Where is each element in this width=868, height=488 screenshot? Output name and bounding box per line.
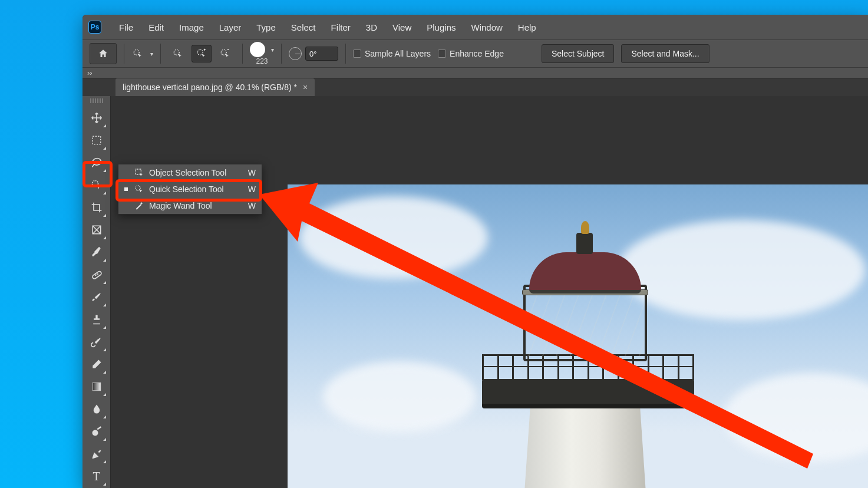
brush-picker[interactable]: ▾ 223	[250, 42, 274, 65]
crop-icon	[91, 202, 103, 213]
frame-tool[interactable]	[85, 219, 108, 241]
flyout-quick-selection[interactable]: Quick Selection Tool W	[118, 181, 262, 197]
svg-rect-7	[91, 271, 101, 279]
stamp-icon	[91, 314, 103, 325]
menu-help[interactable]: Help	[512, 20, 542, 35]
sample-all-layers-checkbox[interactable]	[353, 50, 361, 58]
svg-rect-4	[93, 136, 101, 144]
workspace: T	[82, 96, 868, 488]
quick-selection-tool[interactable]	[85, 174, 108, 196]
menu-edit[interactable]: Edit	[143, 20, 170, 35]
document-tab[interactable]: lighthouse vertical pano.jpg @ 40.1% (RG…	[115, 78, 315, 96]
eraser-tool[interactable]	[85, 353, 108, 375]
selection-tool-flyout: Object Selection Tool W Quick Selection …	[118, 164, 262, 215]
dodge-tool[interactable]	[85, 420, 108, 443]
menu-plugins[interactable]: Plugins	[421, 20, 461, 35]
enhance-edge-label: Enhance Edge	[450, 49, 504, 58]
select-and-mask-button[interactable]: Select and Mask...	[621, 44, 709, 63]
enhance-edge-checkbox[interactable]	[438, 50, 446, 58]
document-tab-title: lighthouse vertical pano.jpg @ 40.1% (RG…	[123, 83, 297, 92]
separator	[345, 44, 346, 64]
separator	[160, 44, 161, 64]
menu-type[interactable]: Type	[250, 20, 282, 35]
active-indicator	[124, 171, 128, 174]
flyout-label: Magic Wand Tool	[149, 201, 243, 210]
frame-icon	[91, 225, 102, 235]
subtract-from-selection-button[interactable]	[215, 45, 235, 62]
active-indicator	[124, 187, 128, 191]
type-icon: T	[93, 470, 100, 483]
eraser-icon	[91, 358, 103, 370]
flyout-shortcut: W	[248, 168, 256, 177]
flyout-shortcut: W	[248, 201, 256, 210]
brush-angle-control	[289, 47, 338, 61]
brush-new-icon	[172, 48, 184, 59]
sample-all-layers-option[interactable]: Sample All Layers	[353, 49, 431, 58]
canvas-area[interactable]	[111, 96, 868, 488]
photoshop-window: Ps File Edit Image Layer Type Select Fil…	[82, 15, 868, 488]
quick-selection-icon	[134, 184, 144, 194]
separator	[281, 44, 282, 64]
object-selection-icon	[134, 168, 144, 177]
chevron-down-icon: ▾	[271, 47, 274, 53]
active-indicator	[124, 204, 128, 207]
quick-selection-icon	[91, 179, 103, 191]
move-tool[interactable]	[85, 107, 108, 129]
svg-point-9	[97, 274, 98, 275]
blur-tool[interactable]	[85, 398, 108, 420]
document-image	[288, 184, 868, 488]
stamp-tool[interactable]	[85, 308, 108, 331]
flyout-label: Object Selection Tool	[149, 168, 243, 177]
eyedropper-tool[interactable]	[85, 241, 108, 263]
select-subject-button[interactable]: Select Subject	[542, 44, 615, 63]
gradient-tool[interactable]	[85, 375, 108, 398]
menu-image[interactable]: Image	[173, 20, 210, 35]
enhance-edge-option[interactable]: Enhance Edge	[438, 49, 504, 58]
menu-window[interactable]: Window	[465, 20, 508, 35]
flyout-shortcut: W	[248, 184, 256, 194]
sample-all-layers-label: Sample All Layers	[365, 49, 431, 58]
lasso-icon	[91, 157, 103, 169]
menu-filter[interactable]: Filter	[325, 20, 357, 35]
history-brush-icon	[91, 336, 103, 348]
brush-size-label: 223	[256, 57, 268, 65]
lasso-tool[interactable]	[85, 151, 108, 174]
flyout-magic-wand[interactable]: Magic Wand Tool W	[118, 197, 262, 214]
menu-view[interactable]: View	[387, 20, 417, 35]
history-brush-tool[interactable]	[85, 331, 108, 353]
magic-wand-icon	[134, 201, 144, 210]
svg-point-8	[95, 275, 95, 275]
brush-angle-input[interactable]	[305, 47, 338, 61]
menu-select[interactable]: Select	[285, 20, 322, 35]
menu-file[interactable]: File	[113, 20, 139, 35]
brush-add-icon	[196, 48, 207, 59]
new-selection-button[interactable]	[168, 45, 188, 62]
separator	[124, 44, 124, 64]
menu-layer[interactable]: Layer	[213, 20, 247, 35]
close-tab-button[interactable]: ×	[303, 83, 308, 92]
type-tool[interactable]: T	[85, 465, 108, 487]
svg-rect-12	[97, 426, 101, 430]
angle-dial-icon[interactable]	[289, 47, 302, 60]
brush-tool[interactable]	[85, 286, 108, 308]
crop-tool[interactable]	[85, 196, 108, 219]
quick-selection-icon	[131, 48, 144, 59]
document-tab-bar: lighthouse vertical pano.jpg @ 40.1% (RG…	[82, 78, 868, 96]
add-to-selection-button[interactable]	[192, 45, 212, 62]
tool-preset-dropdown[interactable]: ▾	[131, 48, 153, 59]
dodge-icon	[91, 426, 103, 437]
svg-rect-10	[93, 383, 101, 391]
pen-tool[interactable]	[85, 443, 108, 465]
selection-mode-group	[168, 45, 235, 62]
home-button[interactable]	[90, 43, 117, 64]
marquee-tool[interactable]	[85, 129, 108, 151]
bandage-icon	[91, 269, 103, 281]
panel-grip-icon[interactable]	[87, 98, 106, 104]
panel-expander[interactable]: ››	[82, 68, 868, 78]
healing-brush-tool[interactable]	[85, 263, 108, 286]
brush-preview-icon	[250, 42, 265, 57]
chevron-down-icon: ▾	[150, 51, 153, 57]
flyout-object-selection[interactable]: Object Selection Tool W	[118, 164, 262, 181]
move-icon	[91, 112, 103, 124]
menu-3d[interactable]: 3D	[360, 20, 383, 35]
